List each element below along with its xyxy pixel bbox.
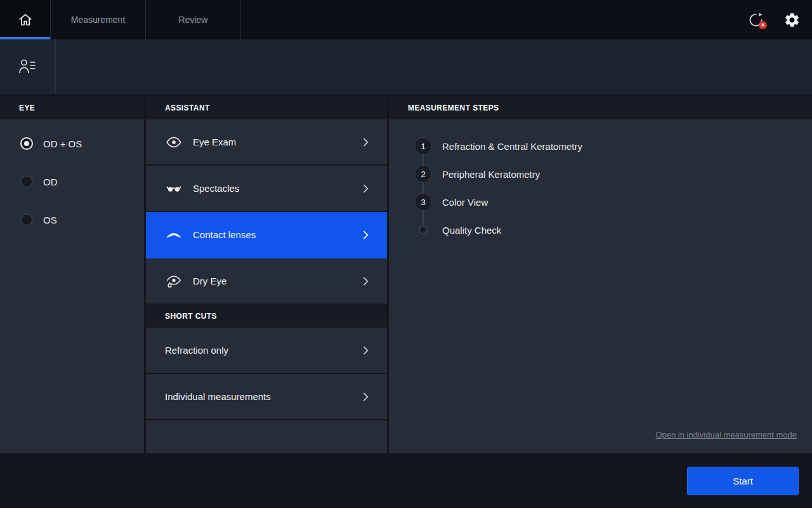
step-3-number: 3 <box>414 193 432 211</box>
patient-data-button[interactable] <box>0 39 56 94</box>
tab-measurement-label: Measurement <box>71 15 126 25</box>
assistant-panel: ASSISTANT Eye Exam <box>146 97 387 453</box>
radio-od-os-label: OD + OS <box>43 138 82 149</box>
assistant-item-eye-exam[interactable]: Eye Exam <box>146 119 387 166</box>
dry-eye-icon <box>165 273 183 290</box>
radio-od-label: OD <box>43 177 58 187</box>
assistant-item-label: Eye Exam <box>193 137 236 147</box>
chevron-right-icon <box>359 182 372 195</box>
contact-lens-icon <box>165 227 183 243</box>
error-badge: ✕ <box>759 21 767 29</box>
shortcut-item-label: Individual measurements <box>165 391 271 402</box>
step-1: 1 Refraction & Central Keratometry <box>414 132 812 160</box>
measurement-steps-panel: MEASUREMENT STEPS 1 Refraction & Central… <box>389 97 812 453</box>
steps-list: 1 Refraction & Central Keratometry 2 Per… <box>389 119 812 453</box>
radio-indicator <box>20 175 33 188</box>
radio-od-os[interactable]: OD + OS <box>0 128 144 159</box>
eye-icon <box>165 134 183 150</box>
radio-os-label: OS <box>43 215 57 225</box>
topbar-actions: ✕ <box>747 0 812 39</box>
step-quality-check: Quality Check <box>414 216 812 244</box>
steps-connector-line <box>422 146 424 230</box>
tab-review-label: Review <box>179 15 208 25</box>
tab-home[interactable] <box>0 0 51 39</box>
step-quality-check-label: Quality Check <box>442 225 501 236</box>
chevron-right-icon <box>359 391 372 403</box>
patient-data-icon <box>17 57 37 77</box>
eye-panel: EYE OD + OS OD OS <box>0 97 144 453</box>
assistant-panel-header: ASSISTANT <box>146 97 387 119</box>
step-1-number: 1 <box>414 137 432 155</box>
assistant-item-dry-eye[interactable]: Dry Eye <box>146 258 387 305</box>
shortcut-individual-measurements[interactable]: Individual measurements <box>146 374 387 420</box>
screen: Measurement Review ✕ <box>0 0 812 508</box>
shortcuts-header: SHORT CUTS <box>146 305 387 328</box>
spectacles-icon <box>165 180 183 197</box>
assistant-item-label: Dry Eye <box>193 276 226 286</box>
step-2-number: 2 <box>414 165 432 183</box>
chevron-right-icon <box>359 229 372 241</box>
step-3: 3 Color View <box>414 188 812 216</box>
assistant-item-label: Contact lenses <box>193 229 256 240</box>
settings-gear-icon[interactable] <box>783 11 801 29</box>
radio-od[interactable]: OD <box>0 166 144 197</box>
step-3-label: Color View <box>442 197 488 208</box>
radio-indicator <box>20 213 33 226</box>
tab-measurement[interactable]: Measurement <box>51 0 146 39</box>
assistant-item-label: Spectacles <box>193 183 239 194</box>
individual-measurement-mode-link[interactable]: Open in individual measurement mode <box>655 430 797 439</box>
patient-bar <box>0 39 812 94</box>
radio-indicator <box>20 137 33 150</box>
active-tab-indicator <box>0 37 50 39</box>
chevron-right-icon <box>359 136 372 149</box>
assistant-item-spectacles[interactable]: Spectacles <box>146 166 387 212</box>
top-navigation: Measurement Review ✕ <box>0 0 812 39</box>
chevron-right-icon <box>359 344 372 357</box>
home-icon <box>17 11 34 28</box>
shortcut-item-label: Refraction only <box>165 345 228 356</box>
step-2-label: Peripheral Keratometry <box>442 169 540 180</box>
eye-panel-header: EYE <box>0 97 144 119</box>
radio-os[interactable]: OS <box>0 204 144 235</box>
eye-radio-group: OD + OS OD OS <box>0 119 144 243</box>
sync-error-icon[interactable]: ✕ <box>747 11 764 29</box>
chevron-right-icon <box>359 275 372 288</box>
start-button[interactable]: Start <box>687 467 799 495</box>
footer-bar: Start <box>0 453 812 508</box>
step-2: 2 Peripheral Keratometry <box>414 160 812 188</box>
main-panels: EYE OD + OS OD OS ASSISTANT <box>0 97 812 453</box>
step-1-label: Refraction & Central Keratometry <box>442 141 582 152</box>
step-quality-check-bullet <box>419 225 428 234</box>
tab-review[interactable]: Review <box>146 0 241 39</box>
measurement-steps-header: MEASUREMENT STEPS <box>389 97 812 119</box>
shortcut-refraction-only[interactable]: Refraction only <box>146 328 387 374</box>
assistant-item-contact-lenses[interactable]: Contact lenses <box>146 212 387 258</box>
